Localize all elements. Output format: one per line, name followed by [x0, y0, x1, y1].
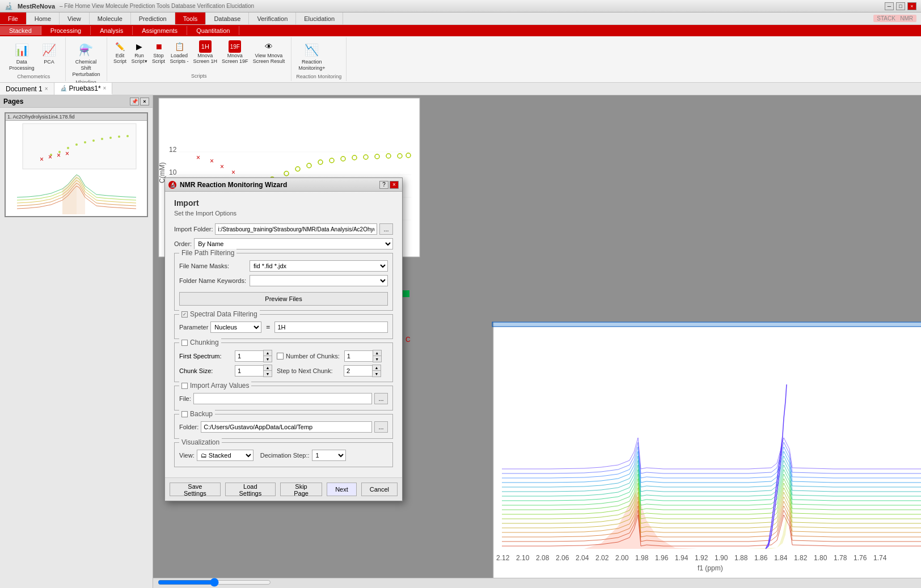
- nmr-subtab-processing[interactable]: Processing: [41, 26, 91, 35]
- dialog-help-button[interactable]: ?: [379, 181, 388, 189]
- backup-folder-input[interactable]: [201, 421, 372, 433]
- folder-name-keywords-select[interactable]: [250, 275, 388, 286]
- chunk-size-input[interactable]: [235, 365, 263, 377]
- file-name-masks-select[interactable]: fid *.fid *.jdx: [250, 260, 388, 272]
- next-button[interactable]: Next: [327, 483, 357, 496]
- run-script-button[interactable]: ▶ RunScript▾: [130, 40, 149, 65]
- order-select[interactable]: By Name By Date: [194, 238, 393, 249]
- tab-database[interactable]: Database: [206, 12, 249, 24]
- number-of-chunks-input[interactable]: [344, 350, 373, 362]
- svg-text:×: ×: [48, 153, 52, 161]
- chunk-size-down[interactable]: ▼: [264, 371, 272, 377]
- mnova-screen-1h-icon: 1H: [199, 40, 212, 53]
- page-thumbnail-1[interactable]: 1. Ac2Ohydrolysis1in4.178.fid: [5, 112, 148, 217]
- tab-view[interactable]: View: [60, 12, 90, 24]
- svg-rect-114: [492, 322, 921, 327]
- step-to-next-chunk-input[interactable]: [344, 365, 372, 377]
- mnova-screen-1h-button[interactable]: 1H MnovaScreen 1H: [192, 40, 219, 65]
- doc-tab-document1-close[interactable]: ×: [45, 86, 48, 92]
- svg-text:×: ×: [196, 154, 200, 162]
- view-mnova-screen-button[interactable]: 👁 View MnovaScreen Result: [251, 40, 287, 65]
- pca-button[interactable]: 📈 PCA: [38, 40, 61, 66]
- backup-folder-row: Folder: ...: [179, 421, 388, 433]
- svg-text:×: ×: [40, 155, 44, 163]
- pages-panel-title: Pages: [3, 98, 23, 105]
- step-to-next-chunk-spinbox: ▲ ▼: [344, 365, 381, 377]
- import-array-values-checkbox[interactable]: [181, 383, 188, 389]
- first-spectrum-label: First Spectrum:: [179, 353, 230, 359]
- number-of-chunks-down[interactable]: ▼: [373, 356, 381, 362]
- tab-elucidation[interactable]: Elucidation: [296, 12, 343, 24]
- spectral-parameter-select[interactable]: Nucleus: [210, 322, 261, 333]
- cancel-button[interactable]: Cancel: [361, 483, 398, 496]
- number-of-chunks-up[interactable]: ▲: [373, 350, 381, 356]
- spectral-data-filtering-checkbox[interactable]: ✓: [181, 311, 188, 318]
- import-array-file-input[interactable]: [193, 393, 372, 404]
- stop-script-button[interactable]: ⏹ StopScript: [150, 40, 167, 65]
- dialog-body: Import Set the Import Options Import Fol…: [165, 192, 402, 477]
- spectral-value-input[interactable]: [274, 322, 388, 333]
- visualization-group: Visualization View: 🗂 Stacked Decimation…: [174, 442, 393, 467]
- close-button[interactable]: ×: [907, 2, 916, 10]
- step-to-next-chunk-up[interactable]: ▲: [373, 365, 381, 371]
- pages-panel-pin-button[interactable]: 📌: [130, 98, 139, 105]
- tab-home[interactable]: Home: [27, 12, 60, 24]
- tab-prediction[interactable]: Prediction: [131, 12, 175, 24]
- loaded-scripts-button[interactable]: 📋 LoadedScripts -: [168, 40, 191, 65]
- ribbon-group-chemometrics: 📊 DataProcessing 📈 PCA Chemometrics: [2, 37, 66, 81]
- chunk-size-up[interactable]: ▲: [264, 365, 272, 371]
- backup-folder-browse-button[interactable]: ...: [374, 421, 388, 433]
- skip-page-button[interactable]: Skip Page: [280, 483, 322, 496]
- number-of-chunks-arrows: ▲ ▼: [373, 350, 382, 362]
- doc-tab-pruebas1-label: Pruebas1*: [69, 84, 101, 92]
- first-spectrum-input[interactable]: [235, 350, 263, 362]
- chunking-checkbox[interactable]: [181, 340, 188, 346]
- loaded-scripts-icon: 📋: [173, 40, 185, 53]
- decimation-step-select[interactable]: 1: [312, 450, 346, 461]
- spectral-data-filtering-legend: ✓ Spectral Data Filtering: [179, 310, 260, 318]
- import-folder-browse-button[interactable]: ...: [379, 223, 393, 235]
- load-settings-button[interactable]: Load Settings: [225, 483, 276, 496]
- nmr-subtab-quantitation[interactable]: Quantitation: [187, 26, 239, 35]
- spectral-parameter-label: Parameter: [179, 324, 208, 331]
- first-spectrum-up[interactable]: ▲: [264, 350, 272, 356]
- step-to-next-chunk-down[interactable]: ▼: [373, 371, 381, 377]
- file-name-masks-row: File Name Masks: fid *.fid *.jdx: [179, 260, 388, 272]
- dialog-close-button[interactable]: ×: [390, 181, 399, 189]
- maximize-button[interactable]: □: [896, 2, 905, 10]
- doc-tab-pruebas1-close[interactable]: ×: [103, 85, 107, 91]
- status-bar: [153, 578, 921, 588]
- import-folder-input[interactable]: [215, 223, 377, 235]
- minimize-button[interactable]: ─: [885, 2, 894, 10]
- tab-molecule[interactable]: Molecule: [90, 12, 131, 24]
- backup-checkbox[interactable]: [181, 411, 188, 417]
- svg-rect-81: [493, 322, 921, 583]
- chemical-shift-button[interactable]: ⚗️ Chemical ShiftPerturbation: [70, 40, 102, 78]
- edit-script-button[interactable]: ✏️ EditScript: [112, 40, 129, 65]
- reaction-monitoring-button[interactable]: 📉 ReactionMonitoring+: [296, 40, 327, 73]
- import-array-file-browse-button[interactable]: ...: [374, 393, 388, 404]
- data-processing-icon: 📊: [12, 41, 31, 59]
- number-of-chunks-wrap: Number of Chunks:: [277, 353, 340, 359]
- tab-file[interactable]: File: [0, 12, 27, 24]
- tab-tools[interactable]: Tools: [175, 12, 206, 24]
- visualization-view-select[interactable]: 🗂 Stacked: [197, 450, 254, 461]
- doc-tab-document1[interactable]: Document 1 ×: [0, 83, 54, 95]
- number-of-chunks-checkbox[interactable]: [277, 353, 284, 359]
- data-processing-button[interactable]: 📊 DataProcessing: [7, 40, 37, 73]
- title-bar: 🔬 MestReNova – File Home View Molecule P…: [0, 0, 921, 12]
- first-spectrum-down[interactable]: ▼: [264, 356, 272, 362]
- preview-files-button[interactable]: Preview Files: [179, 292, 388, 306]
- title-bar-controls[interactable]: ─ □ ×: [885, 2, 916, 10]
- nmr-subtab-analysis[interactable]: Analysis: [91, 26, 133, 35]
- app-title: MestReNova: [18, 3, 55, 10]
- number-of-chunks-label: Number of Chunks:: [286, 353, 340, 359]
- pages-panel-close-button[interactable]: ×: [140, 98, 149, 105]
- mnova-screen-19f-button[interactable]: 19F MnovaScreen 19F: [220, 40, 250, 65]
- nmr-subtab-assignments[interactable]: Assignments: [133, 26, 187, 35]
- tab-verification[interactable]: Verification: [249, 12, 296, 24]
- doc-tab-pruebas1[interactable]: 🔬 Pruebas1* ×: [54, 83, 113, 95]
- save-settings-button[interactable]: Save Settings: [170, 483, 221, 496]
- status-bar-slider[interactable]: [158, 579, 271, 586]
- nmr-subtab-stacked[interactable]: Stacked: [0, 26, 41, 35]
